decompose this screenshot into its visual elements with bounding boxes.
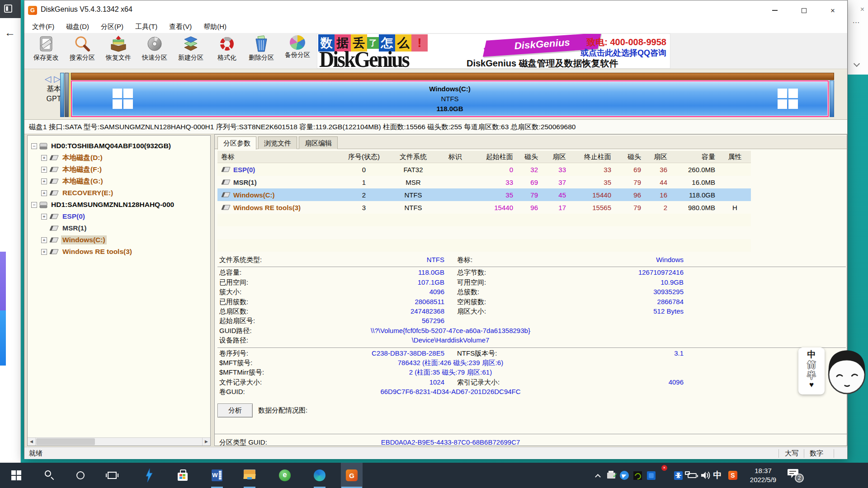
collapse-icon[interactable]: − [31,143,37,149]
expand-icon[interactable]: + [41,155,47,161]
expand-icon[interactable]: + [41,249,47,255]
analyze-button[interactable]: 分析 [217,404,253,418]
tray-intel-graphics[interactable] [644,463,658,488]
column-header[interactable]: 扇区 [645,153,671,161]
menu-file[interactable]: 文件(F) [26,21,60,32]
taskbar-app-word[interactable]: W [206,463,228,488]
taskbar-app-flash[interactable] [138,463,160,488]
column-header[interactable]: 磁头 [615,153,645,161]
menu-disk[interactable]: 磁盘(D) [60,21,95,32]
overflow-menu-icon[interactable]: … [852,16,860,25]
ad-qq-link[interactable]: 或点击此处选择QQ咨询 [580,47,666,58]
taskbar-app-diskgenius[interactable]: G [341,463,363,488]
column-header[interactable]: 磁头 [517,153,542,161]
column-header[interactable]: 终止柱面 [570,153,615,161]
expand-icon[interactable]: + [41,190,47,196]
tree-item-windows-re-tools-3-[interactable]: +Windows RE tools(3) [28,246,210,258]
notification-center-button[interactable]: 2 [788,469,799,479]
tree-item-hd1-samsungmznln128hahq-000[interactable]: −HD1:SAMSUNGMZNLN128HAHQ-000 [28,199,210,211]
backup-partition-button[interactable]: 备份分区 [279,34,316,68]
tray-messenger[interactable] [618,463,631,488]
menu-help[interactable]: 帮助(H) [198,21,232,32]
tree-item--g-[interactable]: +本地磁盘(G:) [28,175,210,187]
collapse-icon[interactable]: − [31,202,37,208]
tray-ime-indicator[interactable]: 中 [711,463,724,488]
ime-card[interactable]: 中 简 半 ♥ [798,347,825,394]
prev-disk-icon[interactable]: ◁ [44,74,54,84]
column-header[interactable]: 起始柱面 [473,153,517,161]
taskbar-app-store[interactable] [172,463,193,488]
column-header[interactable]: 文件系统 [389,153,437,161]
chevron-down-icon[interactable] [854,61,860,67]
tree-item-esp-0-[interactable]: +ESP(0) [28,211,210,222]
tray-security[interactable]: × [657,463,671,488]
table-row-msr-1-[interactable]: MSR(1)1MSR33693735794416.0MB [217,176,751,188]
column-header[interactable]: 序号(状态) [339,153,389,161]
tab-browse-files[interactable]: 浏览文件 [258,136,297,149]
delete-partition-button[interactable]: 删除分区 [243,34,279,68]
task-view-icon [108,472,117,479]
scroll-right-icon[interactable]: ▶ [202,438,210,446]
background-close-icon[interactable]: × [860,5,864,14]
tree-item-msr-1-[interactable]: +MSR(1) [28,222,210,234]
column-header[interactable]: 标识 [437,153,473,161]
close-button[interactable]: × [818,0,847,20]
scroll-left-icon[interactable]: ◀ [28,438,36,446]
expand-icon[interactable]: + [41,178,47,184]
taskbar-search-button[interactable] [39,463,61,488]
expand-icon[interactable]: + [41,167,47,173]
taskbar-app-explorer[interactable] [239,463,260,488]
detail-label: 簇大小: [219,288,241,296]
column-header[interactable]: 容量 [671,153,719,161]
tray-expand-button[interactable] [591,463,604,488]
format-button[interactable]: 格式化 [209,34,245,68]
tray-nvidia[interactable] [631,463,644,488]
tab-sector-edit[interactable]: 扇区编辑 [299,136,338,149]
partition-segment-windows-c[interactable]: Windows(C:) NTFS 118.0GB [71,80,829,117]
table-cell: 79 [517,191,542,199]
back-arrow-icon[interactable]: ← [5,26,15,39]
scrollbar-thumb[interactable] [36,438,95,445]
tree-item--f-[interactable]: +本地磁盘(F:) [28,164,210,175]
expand-icon[interactable]: + [41,237,47,243]
volume-name: MSR(1) [233,178,257,186]
new-partition-button[interactable]: 新建分区 [173,34,209,68]
partition-segment-msr[interactable] [65,73,69,117]
partition-segment-re-tools[interactable] [830,80,834,117]
tray-sogou[interactable]: S [726,463,740,488]
maximize-button[interactable] [789,0,818,20]
quick-partition-button[interactable]: 快速分区 [137,34,173,68]
tray-printer[interactable]: ✓ [604,463,618,488]
table-row-windows-re-tools-3-[interactable]: Windows RE tools(3)3NTFS1544096171556579… [217,201,751,214]
ad-banner[interactable]: 数据丢了怎么! DiskGenius DiskGenius 致电: 400-00… [317,33,670,69]
expand-icon[interactable]: + [41,214,47,220]
recover-files-button[interactable]: 恢复文件 [100,34,137,68]
start-button[interactable] [5,463,27,488]
tray-power[interactable] [685,463,699,488]
taskbar-app-edge[interactable] [309,463,330,488]
volume-name: Windows(C:) [233,191,275,199]
tree-item-windows-c-[interactable]: +Windows(C:) [28,234,210,246]
search-partition-button[interactable]: 搜索分区 [64,34,100,68]
tray-freeze-tool[interactable] [671,463,685,488]
menu-view[interactable]: 查看(V) [163,21,198,32]
menu-partition[interactable]: 分区(P) [95,21,129,32]
menu-tools[interactable]: 工具(T) [129,21,163,32]
save-changes-button[interactable]: 保存更改 [28,34,64,68]
tree-horizontal-scrollbar[interactable]: ◀ ▶ [28,437,210,446]
tree-item--d-[interactable]: +本地磁盘(D:) [28,152,210,164]
table-row-windows-c-[interactable]: Windows(C:)2NTFS357945154409616118.0GB [217,188,751,201]
column-header[interactable]: 属性 [719,153,751,161]
partition-segment-esp[interactable] [60,73,64,117]
column-header[interactable]: 卷标 [217,153,339,161]
table-row-esp-0-[interactable]: ESP(0)0FAT3203233336936260.0MB [217,163,751,176]
cortana-button[interactable] [70,463,91,488]
tab-partition-params[interactable]: 分区参数 [217,136,256,150]
tree-item-recovery-e-[interactable]: +RECOVERY(E:) [28,187,210,199]
task-view-button[interactable] [101,463,123,488]
taskbar-app-browser[interactable]: e [274,463,296,488]
minimize-button[interactable] [760,0,789,20]
column-header[interactable]: 扇区 [542,153,570,161]
tree-item-hd0-toshibamq04abf100-932gb-[interactable]: −HD0:TOSHIBAMQ04ABF100(932GB) [28,140,210,152]
taskbar-clock[interactable]: 18:37 2022/5/9 [745,466,781,484]
